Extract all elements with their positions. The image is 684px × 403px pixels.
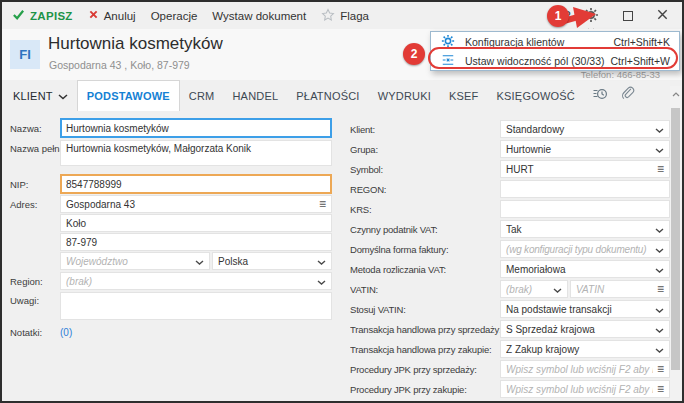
nazwa-pelna-input[interactable]: Hurtownia kosmetyków, Małgorzata Konik: [60, 140, 332, 166]
form-row: Domyślna forma faktury: (wg konfiguracji…: [350, 240, 670, 258]
field-label: Uwagi:: [2, 292, 60, 320]
cancel-label: Anuluj: [104, 10, 136, 22]
save-label: ZAPISZ: [30, 10, 73, 22]
chevron-down-icon: [655, 344, 664, 355]
field-value: Memoriałowa: [506, 264, 651, 275]
flag-button[interactable]: Flaga: [321, 8, 369, 24]
field-label: Transakcja handlowa przy sprzedaży:: [350, 320, 500, 338]
regon-input[interactable]: [500, 180, 670, 198]
close-icon: [656, 8, 669, 23]
adres-street-input[interactable]: Gospodarna 43 ≡: [60, 195, 332, 213]
nip-input[interactable]: 8547788999: [60, 174, 332, 194]
field-value: Hurtownie: [506, 144, 651, 155]
menu-lines-icon[interactable]: ≡: [657, 363, 664, 375]
field-label: Domyślna forma faktury:: [350, 240, 500, 258]
vatin-prefix-select[interactable]: (brak): [500, 280, 568, 298]
field-value: Standardowy: [506, 124, 651, 135]
field-value: Na podstawie transakcji: [506, 304, 651, 315]
record-address: Gospodarna 43 , Koło, 87-979: [49, 59, 190, 71]
vertical-scrollbar[interactable]: [670, 86, 681, 400]
tab-handel-label: HANDEL: [232, 90, 278, 102]
tab-ksiegowosc-label: KSIĘGOWOŚĆ: [497, 90, 575, 102]
field-label: Notatki:: [2, 324, 60, 340]
tab-crm[interactable]: CRM: [180, 80, 224, 111]
adres-city-input[interactable]: Koło: [60, 214, 332, 232]
symbol-input[interactable]: HURT ≡: [500, 160, 670, 178]
form-row: Klient: Standardowy: [350, 120, 670, 138]
tab-podstawowe[interactable]: PODSTAWOWE: [77, 80, 180, 111]
wojewodztwo-select[interactable]: Województwo: [60, 252, 210, 270]
field-value: Hurtownia kosmetyków, Małgorzata Konik: [66, 143, 326, 154]
procedury-jpk-zakup-input[interactable]: Wpisz symbol lub wciśnij F2 aby roz ≡: [500, 380, 670, 398]
check-icon: [12, 8, 25, 23]
tab-platnosci[interactable]: PŁATNOŚCI: [287, 80, 368, 111]
field-placeholder: Wpisz symbol lub wciśnij F2 aby roz: [506, 364, 653, 375]
chevron-down-icon: [655, 224, 664, 235]
krs-input[interactable]: [500, 200, 670, 218]
field-label: REGON:: [350, 180, 500, 198]
field-visibility-icon: [441, 53, 455, 69]
field-label: Region:: [2, 272, 60, 290]
menu-lines-icon[interactable]: ≡: [657, 383, 664, 395]
kraj-select[interactable]: Polska: [212, 252, 332, 270]
chevron-down-icon: [553, 284, 562, 295]
stosuj-vatin-select[interactable]: Na podstawie transakcji: [500, 300, 670, 318]
annotation-step-2: 2: [403, 43, 425, 65]
field-label: Nazwa:: [2, 118, 60, 138]
field-value: Tak: [506, 224, 651, 235]
tab-wydruki[interactable]: WYDRUKI: [369, 80, 440, 111]
maximize-button[interactable]: [614, 3, 642, 28]
menu-lines-icon[interactable]: ≡: [657, 163, 664, 175]
tab-ksef-label: KSEF: [449, 90, 479, 102]
tab-crm-label: CRM: [189, 90, 215, 102]
klient-select[interactable]: Standardowy: [500, 120, 670, 138]
transakcja-sprzedaz-select[interactable]: S Sprzedaż krajowa: [500, 320, 670, 338]
menu-item-ustaw-widocznosc-pol[interactable]: Ustaw widoczność pól (30/33) Ctrl+Shift+…: [431, 51, 679, 70]
tab-ksiegowosc[interactable]: KSIĘGOWOŚĆ: [488, 80, 584, 111]
field-value: Hurtownia kosmetyków: [66, 123, 326, 134]
tab-ksef[interactable]: KSEF: [440, 80, 488, 111]
scroll-up-button[interactable]: [670, 88, 681, 100]
field-label: Transakcja handlowa przy zakupie:: [350, 340, 500, 358]
chevron-down-icon: [195, 256, 204, 267]
procedury-jpk-sprzedaz-input[interactable]: Wpisz symbol lub wciśnij F2 aby roz ≡: [500, 360, 670, 378]
scrollbar-thumb[interactable]: [671, 108, 680, 370]
tab-handel[interactable]: HANDEL: [223, 80, 287, 111]
vatin-input[interactable]: VATIN ≡: [570, 280, 670, 298]
chevron-down-icon: [655, 144, 664, 155]
metoda-rozliczania-vat-select[interactable]: Memoriałowa: [500, 260, 670, 278]
notatki-link[interactable]: (0): [60, 324, 72, 340]
tab-bar: KLIENT PODSTAWOWE CRM HANDEL PŁATNOŚCI W…: [2, 80, 668, 111]
history-icon[interactable]: [592, 86, 608, 106]
issue-document-button[interactable]: Wystaw dokument: [212, 10, 306, 22]
paperclip-icon[interactable]: [620, 86, 635, 105]
operations-label: Operacje: [151, 10, 198, 22]
form-row: VATIN: (brak) VATIN ≡: [350, 280, 670, 298]
operations-button[interactable]: Operacje: [151, 10, 198, 22]
form-row: Symbol: HURT ≡: [350, 160, 670, 178]
region-select[interactable]: (brak): [60, 272, 332, 290]
tab-klient-dropdown[interactable]: KLIENT: [4, 80, 77, 111]
adres-zip-input[interactable]: 87-979: [60, 233, 332, 251]
field-label: Czynny podatnik VAT:: [350, 220, 500, 238]
domyslna-forma-faktury-select[interactable]: (wg konfiguracji typu dokumentu): [500, 240, 670, 258]
issue-document-label: Wystaw dokument: [212, 10, 306, 22]
form-row: 87-979: [2, 233, 332, 251]
form-content: Nazwa: Hurtownia kosmetyków Nazwa pełna:…: [2, 111, 669, 401]
menu-lines-icon[interactable]: ≡: [319, 198, 326, 210]
menu-lines-icon[interactable]: ≡: [657, 283, 664, 295]
field-placeholder: (wg konfiguracji typu dokumentu): [506, 244, 651, 255]
transakcja-zakup-select[interactable]: Z Zakup krajowy: [500, 340, 670, 358]
form-row: Notatki: (0): [2, 324, 332, 340]
close-button[interactable]: [648, 3, 676, 28]
record-type-badge: FI: [10, 40, 40, 69]
nazwa-input[interactable]: Hurtownia kosmetyków: [60, 118, 332, 138]
field-value: 87-979: [66, 237, 326, 248]
cancel-button[interactable]: Anuluj: [88, 9, 136, 22]
menu-item-konfiguracja-klientow[interactable]: Konfiguracja klientów Ctrl+Shift+K: [431, 32, 679, 51]
grupa-select[interactable]: Hurtownie: [500, 140, 670, 158]
save-button[interactable]: ZAPISZ: [12, 8, 73, 23]
uwagi-textarea[interactable]: [60, 292, 332, 320]
czynny-podatnik-vat-select[interactable]: Tak: [500, 220, 670, 238]
field-label: [2, 233, 60, 251]
